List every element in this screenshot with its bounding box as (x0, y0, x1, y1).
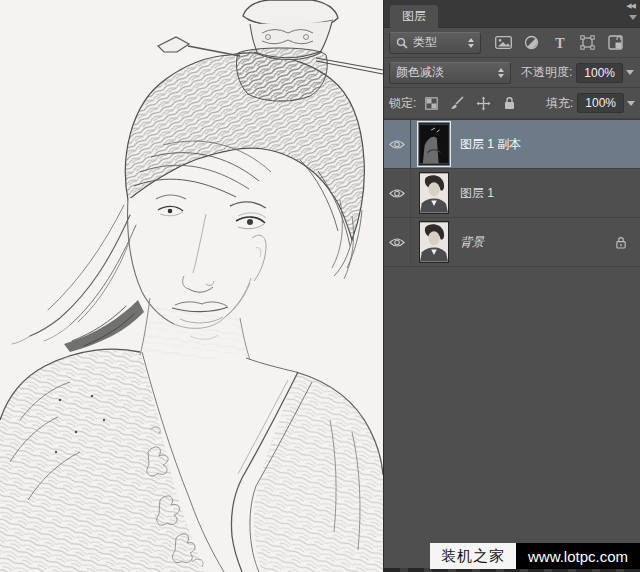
visibility-toggle[interactable] (384, 218, 411, 266)
layer-row-1[interactable]: 图层 1 (384, 169, 640, 218)
watermark: 装机之家 www.lotpc.com (430, 543, 640, 569)
lock-label: 锁定: (389, 95, 416, 112)
layer-filter-type-select[interactable]: 类型 (389, 32, 481, 54)
fill-label: 填充: (546, 95, 573, 112)
svg-text:T: T (555, 36, 565, 50)
layer-thumbnail[interactable] (419, 172, 449, 214)
sketch-canvas (0, 0, 383, 572)
layers-list: 图层 1 副本 图层 1 (384, 119, 640, 267)
layer-thumbnail[interactable] (419, 221, 449, 263)
panel-menu-icon[interactable] (629, 15, 637, 20)
layer-name[interactable]: 背景 (460, 234, 484, 251)
document-canvas (0, 0, 383, 572)
eye-icon (389, 188, 405, 199)
opacity-value-field[interactable]: 100% (576, 63, 623, 83)
fill-dropdown-arrow-icon[interactable] (627, 101, 635, 106)
visibility-toggle[interactable] (384, 120, 411, 168)
watermark-brand: 装机之家 (430, 543, 516, 569)
blend-mode-value: 颜色减淡 (396, 64, 444, 81)
opacity-dropdown-arrow-icon[interactable] (626, 70, 634, 75)
blend-bar: 颜色减淡 不透明度: 100% (384, 58, 640, 88)
lock-position-icon[interactable] (475, 95, 492, 111)
lock-transparency-icon[interactable] (423, 95, 440, 111)
photoshop-workspace: 图层 ◀◀ 类型 (0, 0, 640, 572)
visibility-toggle[interactable] (384, 169, 411, 217)
eye-icon (389, 237, 405, 248)
blend-mode-select[interactable]: 颜色减淡 (389, 62, 511, 84)
layers-panel: 图层 ◀◀ 类型 (383, 0, 640, 572)
shape-layer-filter-icon[interactable] (578, 35, 597, 51)
layer-name[interactable]: 图层 1 副本 (460, 136, 521, 153)
filter-bar: 类型 T (384, 28, 640, 58)
tab-layers-label: 图层 (402, 8, 426, 25)
type-layer-filter-icon[interactable]: T (550, 35, 569, 51)
filter-icons: T (494, 35, 625, 51)
layers-list-empty-area (384, 267, 640, 447)
select-arrows-icon (498, 68, 504, 78)
lock-icons (423, 95, 518, 111)
background-lock-badge-icon (615, 236, 627, 249)
smart-object-filter-icon[interactable] (606, 35, 625, 51)
magnifier-icon (396, 37, 408, 49)
layer-row-background[interactable]: 背景 (384, 218, 640, 267)
layer-row-copy[interactable]: 图层 1 副本 (384, 120, 640, 169)
lock-paint-icon[interactable] (449, 95, 466, 111)
tab-layers[interactable]: 图层 (390, 5, 438, 28)
eye-icon (389, 139, 405, 150)
lock-all-icon[interactable] (501, 95, 518, 111)
adjustment-layer-filter-icon[interactable] (522, 35, 541, 51)
collapse-panel-icon[interactable]: ◀◀ (626, 2, 635, 10)
layer-thumbnail[interactable] (419, 123, 449, 165)
select-arrows-icon (468, 38, 474, 48)
pixel-layer-filter-icon[interactable] (494, 35, 513, 51)
panel-tab-bar: 图层 ◀◀ (384, 0, 640, 28)
layer-name[interactable]: 图层 1 (460, 185, 494, 202)
fill-value-field[interactable]: 100% (577, 93, 624, 113)
filter-type-label: 类型 (413, 34, 437, 51)
watermark-url: www.lotpc.com (516, 543, 640, 569)
lock-bar: 锁定: 填充: 100% (384, 88, 640, 119)
opacity-label: 不透明度: (521, 64, 572, 81)
